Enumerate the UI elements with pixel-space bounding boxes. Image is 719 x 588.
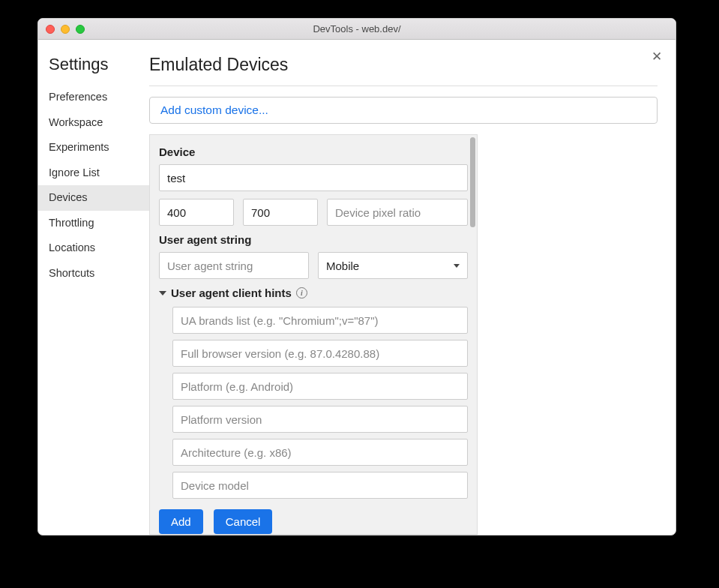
traffic-lights: [38, 25, 85, 34]
add-button[interactable]: Add: [159, 509, 203, 534]
minimize-window-button[interactable]: [61, 25, 70, 34]
ua-section-label: User agent string: [159, 233, 468, 246]
hint-fullver-input[interactable]: [172, 340, 468, 367]
cancel-button[interactable]: Cancel: [214, 509, 273, 534]
ua-client-hints-label: User agent client hints: [171, 286, 292, 299]
ua-string-input[interactable]: [159, 252, 309, 279]
sidebar-item-ignore-list[interactable]: Ignore List: [38, 160, 149, 186]
ua-client-hints-toggle[interactable]: User agent client hints i: [159, 286, 468, 299]
window-title: DevTools - web.dev/: [38, 23, 676, 34]
sidebar-heading: Settings: [49, 55, 149, 74]
main-pane: Emulated Devices Add custom device... De…: [149, 40, 676, 535]
hint-arch-input[interactable]: [172, 439, 468, 466]
sidebar-item-locations[interactable]: Locations: [38, 236, 149, 261]
hint-model-input[interactable]: [172, 472, 468, 499]
chevron-down-icon: [454, 264, 460, 268]
device-width-input[interactable]: [159, 199, 234, 226]
sidebar-item-shortcuts[interactable]: Shortcuts: [38, 261, 149, 286]
ua-client-hints-list: [159, 307, 468, 505]
sidebar-item-throttling[interactable]: Throttling: [38, 211, 149, 236]
page-title: Emulated Devices: [149, 55, 658, 75]
sidebar-item-devices[interactable]: Devices: [38, 185, 149, 211]
close-icon[interactable]: ✕: [652, 49, 662, 64]
settings-sidebar: Settings Preferences Workspace Experimen…: [38, 40, 149, 535]
device-section-label: Device: [159, 146, 468, 158]
ua-type-selected-label: Mobile: [326, 260, 359, 272]
hint-platver-input[interactable]: [172, 406, 468, 433]
add-custom-device-button[interactable]: Add custom device...: [149, 97, 658, 124]
ua-type-select[interactable]: Mobile: [318, 252, 468, 279]
device-form-panel: Device User agent string Mobile: [149, 134, 478, 535]
hint-brands-input[interactable]: [172, 307, 468, 334]
sidebar-item-workspace[interactable]: Workspace: [38, 110, 149, 136]
titlebar: DevTools - web.dev/: [38, 19, 676, 40]
disclosure-triangle-icon: [159, 291, 166, 296]
device-height-input[interactable]: [243, 199, 318, 226]
divider: [149, 86, 658, 86]
info-icon[interactable]: i: [296, 287, 307, 298]
zoom-window-button[interactable]: [76, 25, 85, 34]
close-window-button[interactable]: [46, 25, 55, 34]
device-name-input[interactable]: [159, 164, 468, 191]
sidebar-item-experiments[interactable]: Experiments: [38, 135, 149, 160]
device-dpr-input[interactable]: [327, 199, 468, 226]
scrollbar-thumb[interactable]: [470, 137, 475, 227]
hint-platform-input[interactable]: [172, 373, 468, 400]
sidebar-item-preferences[interactable]: Preferences: [38, 85, 149, 110]
app-window: DevTools - web.dev/ ✕ Settings Preferenc…: [37, 18, 676, 536]
